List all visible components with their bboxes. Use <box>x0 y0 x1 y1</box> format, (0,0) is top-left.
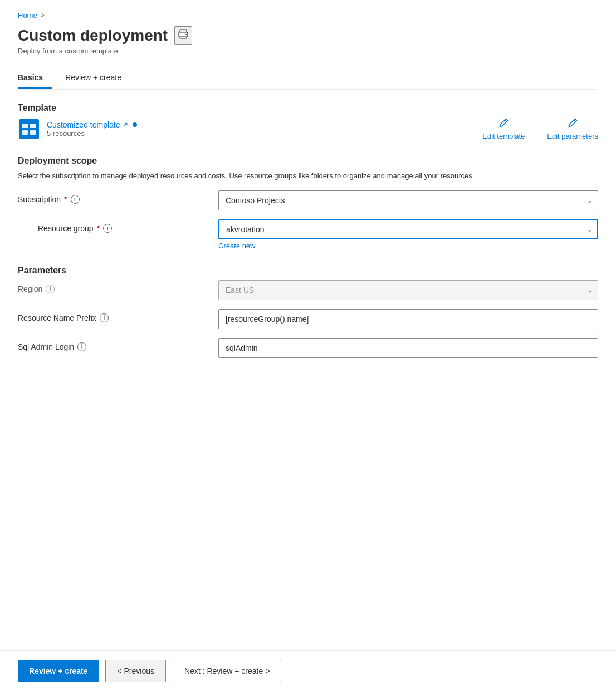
resource-group-label: Resource group * i <box>18 219 218 233</box>
tab-basics[interactable]: Basics <box>18 68 52 89</box>
tab-review-create[interactable]: Review + create <box>65 68 130 89</box>
svg-rect-5 <box>22 124 28 128</box>
deployment-scope-header: Deployment scope <box>18 156 598 166</box>
parameters-section: Parameters Region i East US ⌄ Resource N… <box>18 266 598 358</box>
deployment-scope-section: Deployment scope Select the subscription… <box>18 156 598 250</box>
template-actions: Edit template Edit parameters <box>482 117 598 140</box>
sql-admin-login-control <box>218 338 598 358</box>
tabs-container: Basics Review + create <box>18 68 598 90</box>
page-title: Custom deployment <box>18 27 168 45</box>
previous-button[interactable]: < Previous <box>105 660 166 682</box>
external-link-icon: ↗ <box>123 121 128 129</box>
template-name-link[interactable]: Customized template ↗ <box>47 120 137 129</box>
region-select[interactable]: East US <box>218 280 598 300</box>
region-label: Region i <box>18 280 218 293</box>
resource-group-control: akvrotation ⌄ Create new <box>218 219 598 250</box>
template-resources: 5 resources <box>47 129 137 138</box>
edit-template-button[interactable]: Edit template <box>482 117 525 140</box>
resource-name-prefix-label: Resource Name Prefix i <box>18 309 218 322</box>
print-button[interactable] <box>174 26 192 45</box>
footer: Review + create < Previous Next : Review… <box>0 650 616 691</box>
parameters-header: Parameters <box>18 266 598 276</box>
subscription-info-icon: i <box>71 195 80 204</box>
sql-admin-login-field: Sql Admin Login i <box>18 338 598 358</box>
breadcrumb-separator: > <box>41 12 45 19</box>
subscription-required: * <box>64 195 67 204</box>
sql-admin-login-label: Sql Admin Login i <box>18 338 218 351</box>
next-button[interactable]: Next : Review + create > <box>173 660 281 682</box>
subscription-label: Subscription * i <box>18 190 218 204</box>
resource-name-prefix-info-icon: i <box>100 313 109 322</box>
svg-rect-8 <box>30 130 36 135</box>
resource-group-field: Resource group * i akvrotation ⌄ Create … <box>18 219 598 250</box>
page-subtitle: Deploy from a custom template <box>18 47 598 55</box>
resource-group-required: * <box>97 224 100 233</box>
sql-admin-login-input[interactable] <box>218 338 598 358</box>
region-field: Region i East US ⌄ <box>18 280 598 300</box>
svg-rect-4 <box>19 119 39 139</box>
subscription-field: Subscription * i Contoso Projects ⌄ <box>18 190 598 210</box>
svg-rect-7 <box>30 124 36 128</box>
sql-admin-login-info-icon: i <box>77 342 86 351</box>
resource-name-prefix-input[interactable] <box>218 309 598 329</box>
dot-indicator <box>133 122 137 127</box>
resource-name-prefix-control <box>218 309 598 329</box>
template-section-header: Template <box>18 103 598 113</box>
resource-name-prefix-field: Resource Name Prefix i <box>18 309 598 329</box>
edit-parameters-button[interactable]: Edit parameters <box>547 117 598 140</box>
template-section: Template Customized template <box>18 103 598 140</box>
region-info-icon: i <box>46 285 55 293</box>
svg-rect-6 <box>22 130 28 135</box>
scope-description: Select the subscription to manage deploy… <box>18 170 598 182</box>
resource-group-info-icon: i <box>103 224 112 233</box>
svg-point-3 <box>185 34 187 35</box>
subscription-select[interactable]: Contoso Projects <box>218 190 598 210</box>
subscription-control: Contoso Projects ⌄ <box>218 190 598 210</box>
breadcrumb: Home > <box>18 11 598 19</box>
create-new-link[interactable]: Create new <box>218 242 255 250</box>
resource-group-select[interactable]: akvrotation <box>218 219 598 239</box>
review-create-button[interactable]: Review + create <box>18 660 99 682</box>
region-control: East US ⌄ <box>218 280 598 300</box>
template-icon <box>18 118 40 140</box>
breadcrumb-home[interactable]: Home <box>18 11 37 19</box>
